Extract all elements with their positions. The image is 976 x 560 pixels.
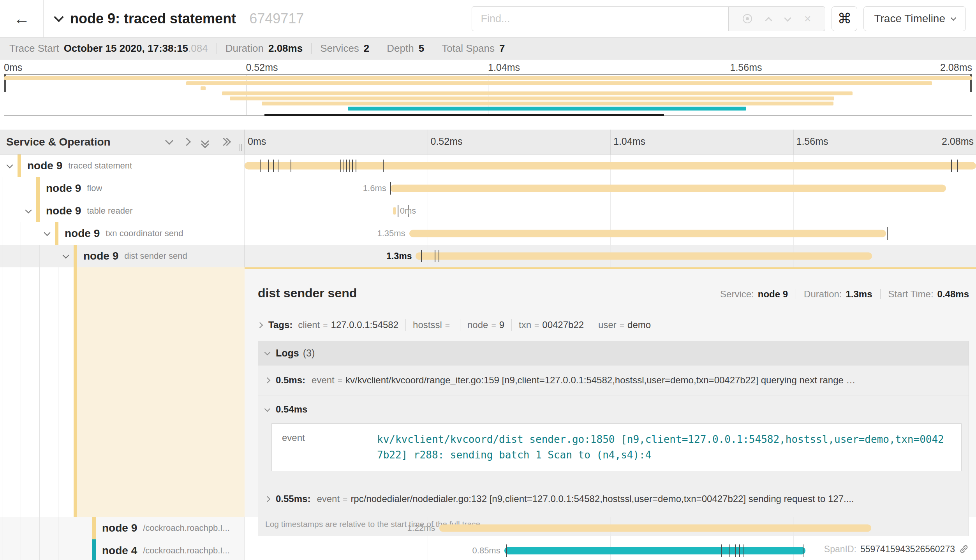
- expand-one-icon[interactable]: [183, 138, 191, 146]
- tag-key: txn: [519, 319, 531, 330]
- tags-row[interactable]: Tags:client=127.0.0.1:54582hostssl=node=…: [258, 319, 969, 331]
- span-duration-label: 1.3ms: [386, 251, 412, 262]
- minimap-span-bar: [348, 107, 746, 111]
- span-row-track[interactable]: 1.35ms: [245, 222, 976, 245]
- span-row-name-cell[interactable]: node 9dist sender send: [0, 245, 245, 267]
- timeline-header-icons: [166, 138, 229, 146]
- column-resize-grip[interactable]: [239, 144, 242, 151]
- clear-search-icon[interactable]: ×: [804, 13, 811, 25]
- span-detail-indent: [0, 267, 245, 517]
- span-row-name-cell[interactable]: node 9txn coordinator send: [0, 222, 245, 245]
- tree-chevron-slot[interactable]: [2, 165, 18, 167]
- timeline-tick-label: 1.04ms: [610, 136, 645, 147]
- span-row[interactable]: node 9dist sender send1.3ms: [0, 245, 976, 267]
- span-row[interactable]: node 9flow1.6ms: [0, 177, 976, 200]
- chevron-down-icon: [63, 252, 69, 258]
- trace-info-bar: Trace StartOctober 15 2020, 17:38:15.084…: [0, 37, 976, 60]
- tree-indent-guide: [39, 539, 58, 560]
- span-row-track[interactable]: 1.3ms: [245, 245, 976, 267]
- span-row-track[interactable]: 0.85ms: [245, 539, 976, 560]
- span-row-track[interactable]: 1.22ms: [245, 517, 976, 539]
- find-input[interactable]: [472, 6, 729, 31]
- span-color-strip: [74, 245, 77, 267]
- span-bar[interactable]: [416, 253, 872, 260]
- span-log-tick: [721, 544, 722, 557]
- collapse-trace-chevron-icon[interactable]: [54, 12, 63, 22]
- timeline-gridline: [610, 200, 611, 222]
- log-field: event=rpc/nodedialer/nodedialer.go:132 […: [317, 493, 962, 504]
- back-button[interactable]: ←: [0, 0, 44, 37]
- trace-info-value: October 15 2020, 17:38:15.084: [64, 42, 208, 54]
- chevron-right-icon: [257, 322, 263, 328]
- span-operation-name: /cockroach.roachpb.I...: [143, 546, 230, 556]
- prev-result-chevron-icon[interactable]: [765, 17, 772, 24]
- log-field-equals: =: [343, 495, 347, 504]
- span-bar[interactable]: [390, 185, 946, 192]
- span-row-name-cell[interactable]: node 9/cockroach.roachpb.I...: [0, 517, 245, 539]
- collapse-all-icon[interactable]: [201, 138, 209, 146]
- span-row[interactable]: node 4/cockroach.roachpb.I...0.85ms: [0, 539, 976, 560]
- info-separator: [433, 43, 433, 54]
- span-row[interactable]: node 9/cockroach.roachpb.I...1.22ms: [0, 517, 976, 539]
- trace-view-select[interactable]: Trace Timeline: [863, 6, 966, 31]
- find-group: ×: [472, 6, 825, 31]
- span-color-strip: [92, 539, 96, 560]
- span-log-tick: [951, 160, 952, 172]
- tag-item: txn=00427b22: [519, 319, 584, 330]
- minimap-tick-labels: 0ms0.52ms1.04ms1.56ms2.08ms: [4, 60, 972, 74]
- log-field: event=kv/kvclient/kvcoord/range_iter.go:…: [312, 375, 962, 386]
- span-row[interactable]: node 9traced statement: [0, 154, 976, 177]
- minimap-span-row: [4, 86, 972, 91]
- next-result-chevron-icon[interactable]: [784, 14, 791, 21]
- span-row[interactable]: node 9table reader0ms: [0, 200, 976, 222]
- minimap-underline: [264, 114, 664, 116]
- command-icon: ⌘: [837, 11, 851, 27]
- tree-chevron-slot[interactable]: [58, 255, 74, 258]
- span-row-track[interactable]: [245, 154, 976, 177]
- span-row-track[interactable]: 1.6ms: [245, 177, 976, 200]
- span-row-name-cell[interactable]: node 9traced statement: [0, 154, 245, 177]
- span-log-tick: [435, 250, 435, 262]
- span-row[interactable]: node 9txn coordinator send1.35ms: [0, 222, 976, 245]
- span-row-name-cell[interactable]: node 9table reader: [0, 200, 245, 222]
- service-operation-title: Service & Operation: [6, 136, 166, 148]
- chevron-down-icon: [7, 162, 13, 168]
- meta-separator: [880, 289, 881, 299]
- tag-key: client: [298, 319, 320, 330]
- span-row-name-inner: node 9txn coordinator send: [0, 222, 244, 245]
- expand-all-icon[interactable]: [221, 138, 229, 146]
- locate-icon[interactable]: [743, 14, 752, 23]
- tree-chevron-slot[interactable]: [39, 232, 55, 235]
- span-row-track[interactable]: 0ms: [245, 200, 976, 222]
- timeline-tick-label: 0ms: [245, 136, 266, 147]
- log-field-equals: =: [338, 376, 342, 385]
- span-duration-label: 1.22ms: [407, 523, 435, 533]
- trace-info-value: 2.08ms: [268, 42, 303, 54]
- span-bar[interactable]: [504, 547, 806, 555]
- span-bar[interactable]: [245, 162, 976, 170]
- tree-chevron-slot[interactable]: [21, 210, 36, 212]
- span-bar[interactable]: [409, 230, 886, 237]
- minimap-tick-label: 0.52ms: [246, 62, 278, 73]
- span-row-name-cell[interactable]: node 4/cockroach.roachpb.I...: [0, 539, 245, 560]
- trace-title-group[interactable]: node 9: traced statement 6749717: [55, 11, 304, 27]
- minimap-canvas[interactable]: [4, 74, 972, 116]
- span-service-name: node 4: [102, 544, 137, 557]
- log-entry[interactable]: 0.5ms:event=kv/kvclient/kvcoord/range_it…: [258, 365, 969, 395]
- span-log-tick: [344, 160, 344, 172]
- tree-indent-guide: [21, 222, 39, 245]
- log-entry-header[interactable]: 0.54ms: [265, 404, 962, 415]
- collapse-one-icon[interactable]: [165, 137, 173, 145]
- span-bar[interactable]: [393, 207, 396, 215]
- span-bar[interactable]: [439, 525, 872, 532]
- log-entry[interactable]: 0.55ms:event=rpc/nodedialer/nodedialer.g…: [258, 484, 969, 514]
- logs-title: Logs: [276, 348, 299, 359]
- span-service-name: node 9: [27, 160, 62, 172]
- tag-item: hostssl=: [413, 319, 453, 330]
- span-detail-meta: Service:node 9Duration:1.3msStart Time:0…: [720, 289, 969, 300]
- trace-info-suffix: .084: [188, 42, 208, 54]
- span-row-name-cell[interactable]: node 9flow: [0, 177, 245, 200]
- logs-header[interactable]: Logs(3): [258, 341, 969, 365]
- keyboard-shortcuts-button[interactable]: ⌘: [832, 6, 857, 31]
- span-log-tick: [268, 160, 269, 172]
